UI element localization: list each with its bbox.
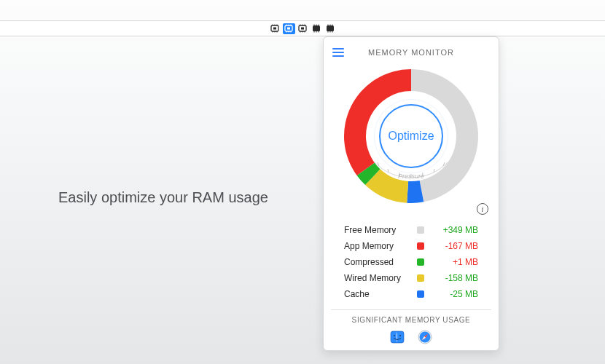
memory-stats-list: Free Memory+349 MBApp Memory-167 MBCompr… bbox=[331, 222, 491, 302]
stat-label: Cache bbox=[344, 289, 408, 299]
memory-monitor-panel: MEMORY MONITOR Optimize Pressure i Free … bbox=[323, 36, 499, 351]
stat-label: App Memory bbox=[344, 241, 408, 251]
menu-icon[interactable] bbox=[332, 46, 344, 59]
chip-icon-4[interactable] bbox=[311, 23, 323, 34]
stat-row: App Memory-167 MB bbox=[344, 238, 478, 254]
svg-point-48 bbox=[399, 335, 401, 336]
menubar-icons bbox=[269, 23, 337, 34]
stat-value: -158 MB bbox=[433, 273, 478, 283]
pressure-label: Pressure bbox=[382, 173, 440, 180]
chip-icon-2-selected[interactable] bbox=[283, 23, 295, 34]
memory-donut-chart: Optimize Pressure i bbox=[331, 63, 491, 209]
stat-swatch bbox=[417, 242, 424, 250]
safari-icon[interactable] bbox=[418, 330, 432, 344]
significant-usage-title: SIGNIFICANT MEMORY USAGE bbox=[331, 309, 491, 324]
stat-label: Wired Memory bbox=[344, 273, 408, 283]
svg-rect-1 bbox=[273, 28, 276, 30]
optimize-button[interactable]: Optimize bbox=[379, 104, 443, 168]
stat-row: Cache-25 MB bbox=[344, 286, 478, 302]
chip-icon-1[interactable] bbox=[269, 23, 281, 34]
stat-value: -167 MB bbox=[433, 241, 478, 251]
stat-row: Compressed+1 MB bbox=[344, 254, 478, 270]
stat-row: Wired Memory-158 MB bbox=[344, 270, 478, 286]
stat-swatch bbox=[417, 290, 424, 298]
stat-value: +349 MB bbox=[433, 225, 478, 235]
panel-header: MEMORY MONITOR bbox=[331, 44, 491, 60]
svg-rect-17 bbox=[301, 28, 304, 30]
significant-usage-apps bbox=[331, 330, 491, 344]
chip-icon-5[interactable] bbox=[324, 23, 337, 34]
svg-point-47 bbox=[394, 335, 395, 336]
chip-icon-3[interactable] bbox=[297, 23, 309, 34]
panel-title: MEMORY MONITOR bbox=[368, 48, 454, 57]
stat-value: +1 MB bbox=[433, 257, 478, 267]
stat-label: Free Memory bbox=[344, 225, 408, 235]
menubar bbox=[0, 20, 605, 36]
stat-swatch bbox=[417, 274, 424, 282]
stat-swatch bbox=[417, 226, 424, 234]
info-icon[interactable]: i bbox=[477, 203, 488, 215]
stat-swatch bbox=[417, 258, 424, 266]
finder-icon[interactable] bbox=[390, 330, 405, 344]
stat-value: -25 MB bbox=[433, 289, 478, 299]
svg-rect-24 bbox=[313, 25, 320, 31]
svg-rect-9 bbox=[287, 28, 290, 30]
marketing-tagline: Easily optimize your RAM usage bbox=[58, 189, 268, 206]
stat-row: Free Memory+349 MB bbox=[344, 222, 478, 238]
stat-label: Compressed bbox=[344, 257, 408, 267]
svg-rect-31 bbox=[327, 25, 334, 31]
